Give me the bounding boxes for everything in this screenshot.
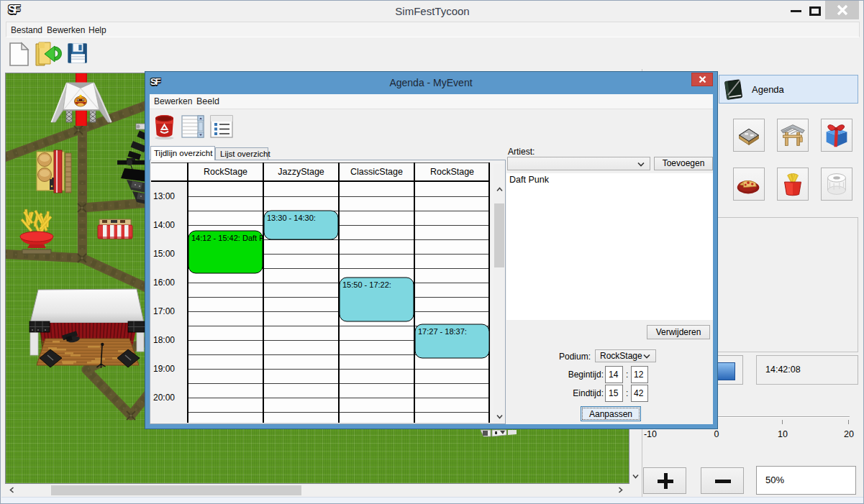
svg-text:20:00: 20:00 [153,393,175,403]
svg-text:15:00: 15:00 [153,249,175,259]
svg-text:15:50 - 17:22:: 15:50 - 17:22: [342,280,391,289]
svg-text:14:00: 14:00 [153,220,175,230]
svg-text:17:27 - 18:37:: 17:27 - 18:37: [418,327,467,336]
svg-text:19:00: 19:00 [153,364,175,374]
svg-text:ClassicStage: ClassicStage [350,167,403,177]
svg-text:17:00: 17:00 [153,306,175,316]
svg-text:13:00: 13:00 [153,191,175,201]
svg-text:16:00: 16:00 [153,278,175,288]
svg-text:18:00: 18:00 [153,335,175,345]
svg-text:13:30 - 14:30:: 13:30 - 14:30: [267,214,316,222]
svg-text:RockStage: RockStage [430,167,474,177]
svg-text:JazzyStage: JazzyStage [278,167,324,177]
svg-text:RockStage: RockStage [204,167,247,177]
